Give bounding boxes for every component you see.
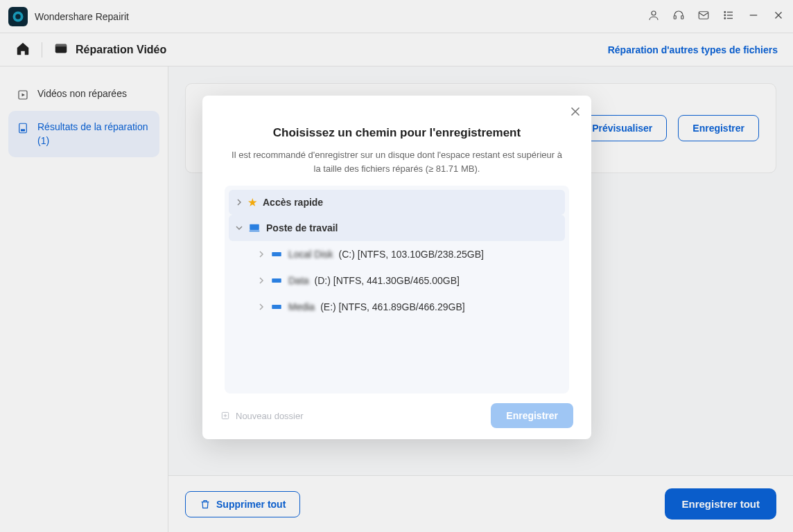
chevron-down-icon	[236, 224, 243, 231]
star-icon: ★	[248, 197, 257, 208]
disk-icon	[270, 248, 283, 260]
chevron-right-icon	[258, 251, 265, 258]
drive-details: (D:) [NTFS, 441.30GB/465.00GB]	[315, 275, 460, 286]
chevron-right-icon	[258, 303, 265, 310]
new-folder-icon	[220, 411, 230, 420]
drive-name: Local Disk	[288, 249, 333, 260]
dialog-close-button[interactable]	[568, 104, 583, 119]
dialog-subtitle: Il est recommandé d'enregistrer sur un d…	[227, 148, 566, 176]
computer-icon	[248, 222, 261, 234]
drive-details: (E:) [NTFS, 461.89GB/466.29GB]	[320, 301, 465, 312]
svg-rect-24	[250, 224, 259, 230]
tree-node-label: Poste de travail	[266, 222, 338, 233]
dialog-title: Choisissez un chemin pour l'enregistreme…	[214, 126, 580, 140]
disk-icon	[270, 274, 283, 287]
svg-rect-27	[272, 278, 281, 283]
drive-details: (C:) [NTFS, 103.10GB/238.25GB]	[339, 249, 484, 260]
dialog-save-button[interactable]: Enregistrer	[491, 403, 573, 428]
chevron-right-icon	[258, 277, 265, 284]
svg-rect-26	[272, 252, 281, 256]
svg-rect-28	[272, 305, 281, 309]
tree-node-drive-c[interactable]: Local Disk (C:) [NTFS, 103.10GB/238.25GB…	[229, 241, 565, 267]
chevron-right-icon	[236, 199, 243, 206]
close-icon	[568, 104, 583, 119]
drive-name: Media	[288, 301, 315, 312]
tree-node-label: Accès rapide	[263, 197, 323, 208]
tree-node-drive-d[interactable]: Data (D:) [NTFS, 441.30GB/465.00GB]	[229, 267, 565, 294]
new-folder-label: Nouveau dossier	[236, 411, 304, 421]
svg-rect-25	[250, 231, 260, 232]
tree-node-drive-e[interactable]: Media (E:) [NTFS, 461.89GB/466.29GB]	[229, 294, 565, 320]
save-path-dialog: Choisissez un chemin pour l'enregistreme…	[202, 96, 591, 439]
disk-icon	[270, 301, 283, 313]
tree-node-this-pc[interactable]: Poste de travail	[229, 215, 565, 241]
drive-name: Data	[288, 275, 309, 286]
path-tree: ★ Accès rapide Poste de travail Local Di…	[225, 186, 569, 393]
new-folder-button[interactable]: Nouveau dossier	[220, 411, 304, 421]
tree-node-quick-access[interactable]: ★ Accès rapide	[229, 190, 565, 215]
